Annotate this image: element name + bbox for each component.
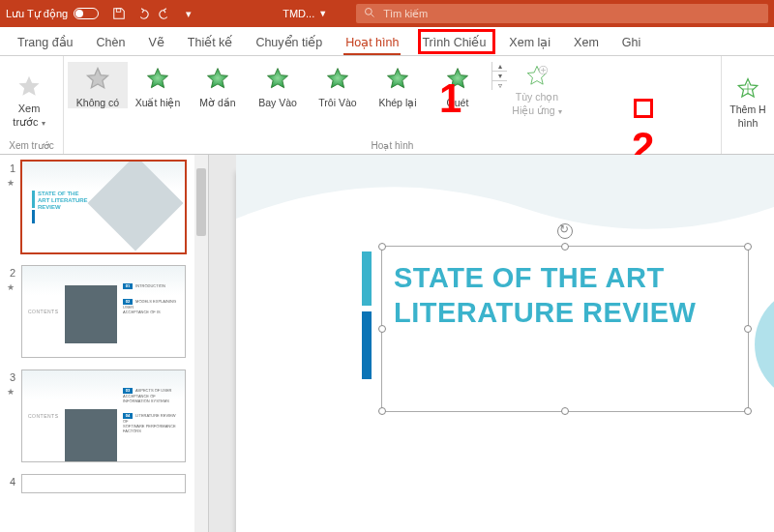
autosave-toggle[interactable]: Lưu Tự động — [6, 8, 99, 20]
animation-item-label: Bay Vào — [258, 97, 297, 108]
rotate-handle-icon[interactable] — [557, 223, 573, 239]
gallery-scroll: ▴ ▾ ▿ — [491, 62, 507, 90]
gallery-up-button[interactable]: ▴ — [492, 62, 507, 72]
animation-gallery: Không cóXuất hiệnMờ dầnBay VàoTrôi VàoKh… — [64, 56, 491, 110]
quick-access-toolbar: ▾ — [112, 7, 195, 20]
autosave-label: Lưu Tự động — [6, 8, 68, 20]
ribbon-tabs: Trang đầu Chèn Vẽ Thiết kế Chuyển tiếp H… — [0, 27, 774, 56]
preview-button[interactable]: Xem trước ▾ — [0, 68, 58, 129]
tab-record[interactable]: Ghi — [610, 30, 652, 55]
add-animation-button[interactable]: Thêm H hình — [722, 69, 774, 129]
slide-1: STATE OF THE ART LITERATURE REVIEW — [236, 170, 774, 532]
circle-decoration — [755, 286, 774, 402]
star-icon — [384, 66, 411, 93]
animation-item-label: Mờ dần — [199, 97, 235, 108]
thumbnail-1-row[interactable]: 1★ STATE OF THEART LITERATUREREVIEW — [6, 161, 208, 253]
gallery-more-button[interactable]: ▿ — [492, 81, 507, 90]
workspace: 1★ STATE OF THEART LITERATUREREVIEW 2★ C… — [0, 155, 774, 532]
animation-indicator-icon: ★ — [7, 282, 15, 292]
save-icon[interactable] — [112, 7, 126, 20]
redo-icon[interactable] — [159, 7, 172, 20]
animation-item-1[interactable]: Xuất hiện — [128, 62, 188, 108]
tab-slideshow[interactable]: Trình Chiếu — [410, 29, 497, 55]
thumbnail-2[interactable]: CONTENTS 01 INTRODUCTION02 MODELS EXPLAI… — [21, 265, 186, 358]
tab-view[interactable]: Xem — [562, 30, 610, 55]
tab-design[interactable]: Thiết kế — [176, 29, 245, 55]
animation-indicator-icon: ★ — [7, 387, 15, 397]
animation-item-2[interactable]: Mờ dần — [188, 62, 248, 108]
animation-item-0[interactable]: Không có — [68, 62, 128, 108]
tab-transitions[interactable]: Chuyển tiếp — [244, 29, 334, 55]
star-icon — [15, 74, 43, 101]
resize-handle[interactable] — [744, 243, 752, 251]
svg-point-1 — [366, 9, 372, 15]
thumbnail-2-row[interactable]: 2★ CONTENTS 01 INTRODUCTION02 MODELS EXP… — [6, 265, 208, 358]
resize-handle[interactable] — [561, 407, 569, 415]
animation-item-label: Không có — [76, 97, 119, 108]
animation-item-3[interactable]: Bay Vào — [248, 62, 308, 108]
ribbon-group-preview: Xem trước ▾ Xem trước — [0, 56, 64, 154]
animation-item-label: Quét — [447, 97, 469, 108]
thumbnail-4-row[interactable]: 4 — [6, 474, 208, 493]
accent-bar-2 — [362, 311, 372, 379]
resize-handle[interactable] — [744, 325, 752, 333]
tab-animations[interactable]: Hoạt hình — [334, 29, 410, 55]
preview-label-1: Xem — [18, 103, 41, 114]
search-icon — [364, 7, 375, 20]
thumbnail-3[interactable]: CONTENTS 03 ASPECTS OF USERACCEPTANCE OF… — [21, 369, 186, 462]
resize-handle[interactable] — [744, 407, 752, 415]
star-icon — [264, 66, 291, 93]
star-icon — [204, 66, 231, 93]
ribbon: Xem trước ▾ Xem trước Không cóXuất hiệnM… — [0, 56, 774, 155]
accent-bar-1 — [362, 251, 372, 306]
search-box[interactable]: Tìm kiếm — [356, 4, 768, 23]
star-icon — [324, 66, 351, 93]
title-textbox[interactable]: STATE OF THE ART LITERATURE REVIEW — [381, 246, 749, 412]
tab-draw[interactable]: Vẽ — [136, 29, 175, 55]
animation-indicator-icon: ★ — [7, 178, 15, 188]
animation-item-label: Khép lại — [378, 97, 416, 108]
thumbnail-3-row[interactable]: 3★ CONTENTS 03 ASPECTS OF USERACCEPTANCE… — [6, 369, 208, 462]
thumbnail-4[interactable] — [21, 474, 186, 493]
slide-canvas[interactable]: STATE OF THE ART LITERATURE REVIEW — [209, 155, 774, 532]
chevron-down-icon[interactable]: ▼ — [318, 9, 327, 18]
animations-group-label: Hoạt hình — [64, 140, 721, 154]
effect-options-button: Tùy chọn Hiệu ứng ▾ — [507, 56, 567, 116]
thumbnail-scrollbar[interactable] — [194, 155, 208, 532]
thumbnail-1[interactable]: STATE OF THEART LITERATUREREVIEW — [21, 161, 186, 253]
resize-handle[interactable] — [378, 325, 386, 333]
title-bar: Lưu Tự động ▾ TMD... ▼ Tìm kiếm — [0, 0, 774, 27]
thumbnail-panel: 1★ STATE OF THEART LITERATUREREVIEW 2★ C… — [0, 155, 209, 532]
star-icon — [444, 66, 471, 93]
star-icon — [84, 66, 111, 93]
ribbon-group-advanced: Thêm H hình — [722, 56, 774, 154]
resize-handle[interactable] — [561, 243, 569, 251]
slide-title-text[interactable]: STATE OF THE ART LITERATURE REVIEW — [382, 247, 748, 344]
resize-handle[interactable] — [378, 407, 386, 415]
tab-review[interactable]: Xem lại — [497, 29, 562, 55]
animation-item-label: Trôi Vào — [318, 97, 356, 108]
animation-item-6[interactable]: Quét — [428, 62, 488, 108]
toggle-off-icon[interactable] — [74, 8, 99, 19]
tab-insert[interactable]: Chèn — [85, 30, 137, 55]
document-name[interactable]: TMD... — [283, 8, 314, 19]
star-icon — [144, 66, 171, 93]
resize-handle[interactable] — [378, 243, 386, 251]
animation-item-5[interactable]: Khép lại — [368, 62, 428, 108]
preview-label-2: trước ▾ — [13, 116, 45, 129]
qat-more-icon[interactable]: ▾ — [182, 7, 195, 20]
gallery-down-button[interactable]: ▾ — [492, 72, 507, 81]
ribbon-group-animations: Không cóXuất hiệnMờ dầnBay VàoTrôi VàoKh… — [64, 56, 722, 154]
star-icon — [524, 64, 550, 89]
search-placeholder: Tìm kiếm — [383, 8, 428, 20]
tab-home[interactable]: Trang đầu — [6, 29, 85, 55]
preview-group-label: Xem trước — [0, 140, 63, 154]
animation-item-4[interactable]: Trôi Vào — [308, 62, 368, 108]
star-plus-icon — [735, 76, 760, 102]
undo-icon[interactable] — [135, 7, 149, 20]
animation-item-label: Xuất hiện — [135, 97, 181, 108]
